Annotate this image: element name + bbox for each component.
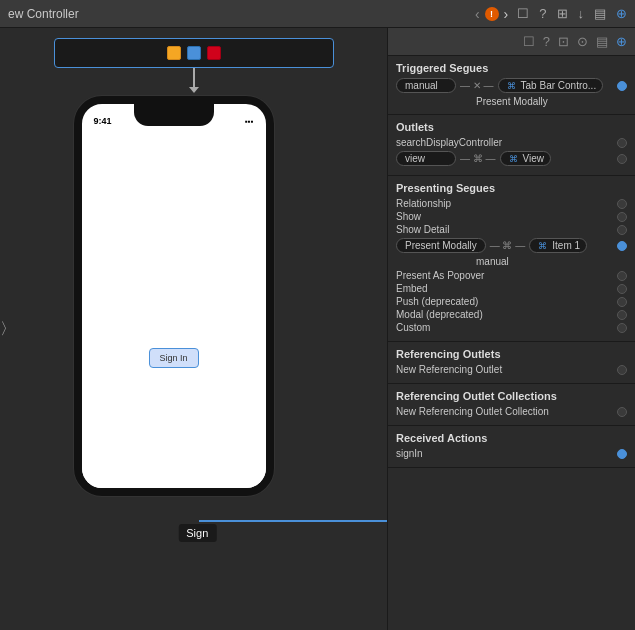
- custom-row: Custom: [396, 322, 627, 333]
- show-detail-circle[interactable]: [617, 225, 627, 235]
- nav-back-arrow[interactable]: ‹: [472, 6, 483, 22]
- view-target-badge: ⌘ View: [500, 151, 552, 166]
- search-display-label: searchDisplayController: [396, 137, 617, 148]
- triggered-segues-title: Triggered Segues: [396, 62, 627, 74]
- nav-forward-arrow[interactable]: ›: [501, 6, 512, 22]
- main-content: 9:41 ▪▪▪ Sign In Sign 〉 ☐ ? ⊡ ⊙: [0, 28, 635, 630]
- iphone-mockup: 9:41 ▪▪▪ Sign In: [74, 96, 274, 496]
- file-icon[interactable]: ☐: [517, 6, 529, 21]
- help-icon[interactable]: ?: [539, 6, 546, 21]
- sign-tooltip: Sign: [178, 524, 216, 542]
- show-detail-label: Show Detail: [396, 224, 617, 235]
- top-bar-title: ew Controller: [8, 7, 79, 21]
- warning-badge: !: [485, 7, 499, 21]
- show-circle[interactable]: [617, 212, 627, 222]
- referencing-outlet-collections-section: Referencing Outlet Collections New Refer…: [388, 384, 635, 426]
- sign-in-action-label: signIn: [396, 448, 617, 459]
- connection-line: [199, 520, 388, 522]
- iphone-notch: [134, 104, 214, 126]
- arrow-down: [193, 68, 195, 88]
- component-bar: [54, 38, 334, 68]
- present-as-popover-circle[interactable]: [617, 271, 627, 281]
- triggered-manual-badge: manual: [396, 78, 456, 93]
- modal-deprecated-label: Modal (deprecated): [396, 309, 617, 320]
- xcode-key-3: ⌘: [538, 241, 547, 251]
- inspector-toolbar: ☐ ? ⊡ ⊙ ▤ ⊕: [388, 28, 635, 56]
- present-modally-circle[interactable]: [617, 241, 627, 251]
- outlets-title: Outlets: [396, 121, 627, 133]
- view-outlet-circle[interactable]: [617, 154, 627, 164]
- new-referencing-outlet-label: New Referencing Outlet: [396, 364, 617, 375]
- new-referencing-outlet-collection-label: New Referencing Outlet Collection: [396, 406, 617, 417]
- referencing-outlet-collections-title: Referencing Outlet Collections: [396, 390, 627, 402]
- push-deprecated-label: Push (deprecated): [396, 296, 617, 307]
- triggered-circle-1[interactable]: [617, 81, 627, 91]
- segue-connector-1: — ✕ —: [460, 80, 494, 91]
- xcode-key-2: ⌘: [509, 154, 518, 164]
- blue-dot: [187, 46, 201, 60]
- grid-icon[interactable]: ⊞: [557, 6, 568, 21]
- present-modally-row: Present Modally — ⌘ — ⌘ Item 1 manual: [396, 238, 627, 267]
- custom-circle[interactable]: [617, 323, 627, 333]
- triggered-present-modally-sub: Present Modally: [396, 96, 627, 107]
- outlets-section: Outlets searchDisplayController view — ⌘…: [388, 115, 635, 176]
- custom-label: Custom: [396, 322, 617, 333]
- nav-arrows: ‹ ! ›: [472, 6, 511, 22]
- inspector-icon-toolbar[interactable]: ▤: [594, 6, 606, 21]
- show-row: Show: [396, 211, 627, 222]
- present-modally-item-badge: ⌘ Item 1: [529, 238, 587, 253]
- presenting-segues-section: Presenting Segues Relationship Show Show…: [388, 176, 635, 342]
- relationship-row: Relationship: [396, 198, 627, 209]
- yellow-dot: [167, 46, 181, 60]
- search-display-controller-row: searchDisplayController: [396, 137, 627, 148]
- triggered-tab-target: ⌘ Tab Bar Contro...: [498, 78, 604, 93]
- xcode-key-1: ⌘: [507, 81, 516, 91]
- push-deprecated-circle[interactable]: [617, 297, 627, 307]
- present-as-popover-row: Present As Popover: [396, 270, 627, 281]
- inspector-help-icon[interactable]: ?: [543, 34, 550, 49]
- sign-in-button[interactable]: Sign In: [148, 348, 198, 368]
- sign-in-circle[interactable]: [617, 449, 627, 459]
- status-time: 9:41: [94, 116, 112, 126]
- status-battery: ▪▪▪: [245, 117, 254, 126]
- download-icon[interactable]: ↓: [578, 6, 585, 21]
- inspector-connect-icon[interactable]: ⊕: [616, 34, 627, 49]
- inspector-size-icon[interactable]: ▤: [596, 34, 608, 49]
- circle-icon[interactable]: ⊕: [616, 6, 627, 21]
- triggered-segues-section: Triggered Segues manual — ✕ — ⌘ Tab Bar …: [388, 56, 635, 115]
- present-modally-segue-row: Present Modally — ⌘ — ⌘ Item 1: [396, 238, 627, 253]
- push-deprecated-row: Push (deprecated): [396, 296, 627, 307]
- view-badge: view: [396, 151, 456, 166]
- embed-row: Embed: [396, 283, 627, 294]
- new-referencing-outlet-collection-circle[interactable]: [617, 407, 627, 417]
- presenting-segues-title: Presenting Segues: [396, 182, 627, 194]
- received-actions-section: Received Actions signIn: [388, 426, 635, 468]
- sign-in-action-row: signIn: [396, 448, 627, 459]
- embed-circle[interactable]: [617, 284, 627, 294]
- top-toolbar: ew Controller ‹ ! › ☐ ? ⊞ ↓ ▤ ⊕: [0, 0, 635, 28]
- view-outlet-row: view — ⌘ — ⌘ View: [396, 151, 627, 166]
- show-detail-row: Show Detail: [396, 224, 627, 235]
- referencing-outlets-title: Referencing Outlets: [396, 348, 627, 360]
- referencing-outlets-section: Referencing Outlets New Referencing Outl…: [388, 342, 635, 384]
- red-dot: [207, 46, 221, 60]
- segue-connector-3: — ⌘ —: [490, 240, 526, 251]
- search-display-circle[interactable]: [617, 138, 627, 148]
- received-actions-title: Received Actions: [396, 432, 627, 444]
- new-referencing-outlet-circle[interactable]: [617, 365, 627, 375]
- present-as-popover-label: Present As Popover: [396, 270, 617, 281]
- relationship-label: Relationship: [396, 198, 617, 209]
- relationship-circle[interactable]: [617, 199, 627, 209]
- inspector-file-icon[interactable]: ☐: [523, 34, 535, 49]
- segue-connector-2: — ⌘ —: [460, 153, 496, 164]
- left-nav-arrow[interactable]: 〉: [0, 319, 16, 340]
- canvas-panel: 9:41 ▪▪▪ Sign In Sign 〉: [0, 28, 387, 630]
- present-modally-badge: Present Modally: [396, 238, 486, 253]
- embed-label: Embed: [396, 283, 617, 294]
- modal-deprecated-circle[interactable]: [617, 310, 627, 320]
- iphone-content: Sign In: [82, 132, 266, 488]
- inspector-attr-icon[interactable]: ⊙: [577, 34, 588, 49]
- toolbar-icons: ☐ ? ⊞ ↓ ▤ ⊕: [517, 6, 627, 21]
- inspector-view-icon[interactable]: ⊡: [558, 34, 569, 49]
- modal-deprecated-row: Modal (deprecated): [396, 309, 627, 320]
